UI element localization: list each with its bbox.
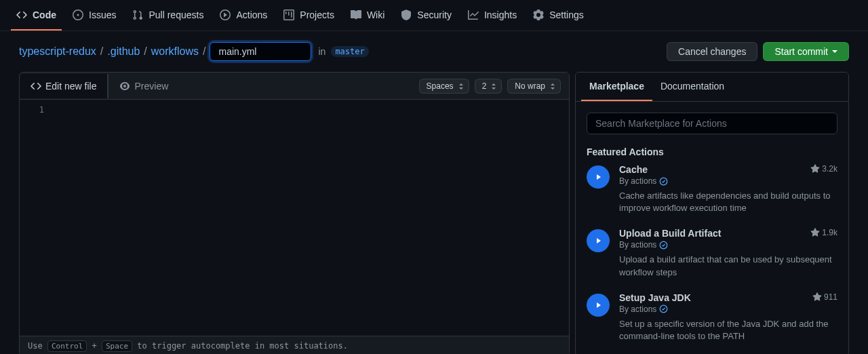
- tab-pulls-label: Pull requests: [149, 9, 203, 20]
- verified-icon: [659, 177, 668, 186]
- wrap-select[interactable]: No wrap: [507, 79, 561, 94]
- line-number: 1: [20, 105, 44, 115]
- footer-plus: +: [87, 341, 102, 351]
- action-author: By actions: [619, 304, 837, 314]
- action-card[interactable]: Cache 3.2k By actions Cache artifacts li…: [587, 164, 837, 214]
- tab-preview-label: Preview: [134, 81, 168, 92]
- tab-insights-label: Insights: [484, 9, 517, 20]
- cancel-button[interactable]: Cancel changes: [667, 42, 757, 61]
- marketplace-sidebar: Marketplace Documentation Featured Actio…: [575, 72, 849, 354]
- editor-tabs: Edit new file Preview Spaces 2 No wrap: [20, 73, 569, 100]
- action-body: Setup Java JDK 911 By actions Set up a s…: [619, 292, 837, 342]
- breadcrumb-sep: /: [100, 45, 103, 58]
- caret-down-icon: [832, 50, 837, 53]
- breadcrumb-path2[interactable]: workflows: [151, 45, 199, 58]
- tab-pulls[interactable]: Pull requests: [127, 0, 209, 31]
- action-stars: 3.2k: [810, 164, 837, 174]
- featured-heading: Featured Actions: [587, 146, 837, 157]
- footer-text-post: to trigger autocomplete in most situatio…: [132, 341, 348, 351]
- breadcrumb-path1[interactable]: .github: [107, 45, 140, 58]
- tab-projects-label: Projects: [300, 9, 334, 20]
- tab-preview[interactable]: Preview: [108, 74, 179, 98]
- play-icon: [587, 294, 610, 317]
- action-buttons: Cancel changes Start commit: [667, 42, 849, 61]
- tab-projects[interactable]: Projects: [278, 0, 340, 31]
- action-description: Upload a build artifact that can be used…: [619, 254, 837, 278]
- action-card[interactable]: Upload a Build Artifact 1.9k By actions …: [587, 228, 837, 278]
- tab-security[interactable]: Security: [395, 0, 457, 31]
- action-stars: 911: [812, 292, 837, 302]
- tab-code[interactable]: Code: [11, 0, 62, 31]
- kbd-control: Control: [47, 340, 87, 352]
- editor-body[interactable]: 1: [20, 100, 569, 336]
- tab-code-label: Code: [33, 9, 56, 20]
- editor-footer: Use Control + Space to trigger autocompl…: [20, 336, 569, 354]
- action-card[interactable]: Setup Java JDK 911 By actions Set up a s…: [587, 292, 837, 342]
- editor-toolbar: Spaces 2 No wrap: [419, 79, 569, 94]
- editor-panel: Edit new file Preview Spaces 2 No wrap 1…: [19, 72, 570, 354]
- verified-icon: [659, 304, 668, 313]
- breadcrumb-sep: /: [203, 45, 205, 58]
- tab-documentation[interactable]: Documentation: [652, 73, 732, 101]
- sidebar-body: Featured Actions Cache 3.2k By actions C…: [576, 102, 848, 354]
- breadcrumb-repo[interactable]: typescript-redux: [19, 45, 96, 58]
- action-stars: 1.9k: [810, 228, 837, 237]
- indent-mode-select[interactable]: Spaces: [419, 79, 469, 94]
- action-author: By actions: [619, 176, 837, 186]
- action-title: Upload a Build Artifact: [619, 228, 721, 239]
- line-gutter: 1: [20, 100, 51, 336]
- tab-actions-label: Actions: [236, 9, 267, 20]
- code-textarea[interactable]: [51, 100, 569, 336]
- footer-text-pre: Use: [28, 341, 47, 351]
- tab-edit-file[interactable]: Edit new file: [20, 74, 108, 98]
- breadcrumb: typescript-redux / .github / workflows /…: [19, 42, 369, 61]
- action-description: Set up a specific version of the Java JD…: [619, 318, 837, 342]
- tab-actions[interactable]: Actions: [214, 0, 273, 31]
- breadcrumb-in: in: [318, 46, 326, 57]
- filename-input[interactable]: [210, 42, 311, 61]
- tab-wiki-label: Wiki: [367, 9, 384, 20]
- marketplace-search-input[interactable]: [587, 113, 837, 134]
- action-title: Cache: [619, 164, 648, 175]
- action-body: Cache 3.2k By actions Cache artifacts li…: [619, 164, 837, 214]
- tab-wiki[interactable]: Wiki: [345, 0, 390, 31]
- sidebar-tabs: Marketplace Documentation: [576, 73, 848, 102]
- branch-badge[interactable]: master: [331, 46, 368, 57]
- tab-security-label: Security: [417, 9, 452, 20]
- breadcrumb-row: typescript-redux / .github / workflows /…: [0, 31, 868, 72]
- indent-size-select[interactable]: 2: [475, 79, 502, 94]
- play-icon: [587, 229, 610, 252]
- play-icon: [587, 165, 610, 189]
- breadcrumb-sep: /: [144, 45, 146, 58]
- actions-list: Cache 3.2k By actions Cache artifacts li…: [587, 164, 837, 354]
- action-title: Setup Java JDK: [619, 292, 691, 303]
- tab-insights[interactable]: Insights: [462, 0, 522, 31]
- kbd-space: Space: [102, 340, 132, 352]
- tab-edit-label: Edit new file: [45, 81, 96, 92]
- start-commit-button[interactable]: Start commit: [763, 42, 849, 61]
- repo-nav: Code Issues Pull requests Actions Projec…: [0, 0, 868, 31]
- start-commit-label: Start commit: [774, 46, 828, 57]
- tab-issues-label: Issues: [89, 9, 116, 20]
- tab-settings-label: Settings: [549, 9, 584, 20]
- action-body: Upload a Build Artifact 1.9k By actions …: [619, 228, 837, 278]
- action-author: By actions: [619, 240, 837, 250]
- tab-settings[interactable]: Settings: [528, 0, 589, 31]
- tab-marketplace[interactable]: Marketplace: [581, 73, 652, 101]
- action-description: Cache artifacts like dependencies and bu…: [619, 190, 837, 214]
- tab-issues[interactable]: Issues: [67, 0, 121, 31]
- verified-icon: [659, 241, 668, 250]
